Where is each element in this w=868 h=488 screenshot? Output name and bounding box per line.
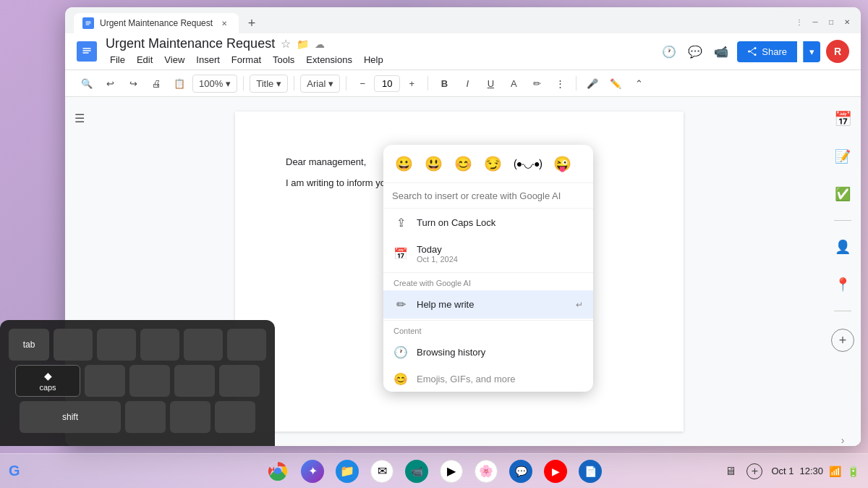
folder-icon[interactable]: 📁 bbox=[297, 38, 309, 50]
browsing-history-item[interactable]: 🕐 Browsing history bbox=[383, 338, 593, 366]
paintformat-button[interactable]: 📋 bbox=[169, 73, 190, 93]
browser-tab[interactable]: Urgent Maintenance Request ✕ bbox=[74, 13, 239, 33]
emoji-happy[interactable]: 😀 bbox=[392, 152, 416, 175]
header-icons: 🕐 💬 📹 Share ▾ R bbox=[659, 40, 849, 63]
new-tab-button[interactable]: + bbox=[242, 13, 262, 33]
share-dropdown-button[interactable]: ▾ bbox=[803, 41, 820, 62]
formatting-toolbar: 🔍 ↩ ↪ 🖨 📋 100% ▾ Title ▾ Arial ▾ − + B I… bbox=[65, 70, 861, 97]
font-size-decrease-button[interactable]: − bbox=[352, 73, 373, 93]
kb-key-5[interactable] bbox=[227, 329, 266, 361]
minimize-button[interactable]: ─ bbox=[810, 17, 820, 27]
outline-icon[interactable]: ☰ bbox=[75, 112, 85, 125]
kb-key-9[interactable] bbox=[219, 365, 260, 397]
kb-key-10[interactable] bbox=[125, 401, 166, 433]
add-icon[interactable]: + bbox=[746, 463, 762, 479]
svg-point-9 bbox=[275, 468, 281, 474]
style-select[interactable]: Title ▾ bbox=[250, 75, 288, 93]
undo-button[interactable]: ↩ bbox=[100, 73, 120, 93]
menu-file[interactable]: File bbox=[106, 53, 129, 67]
files-taskbar-icon[interactable]: 📁 bbox=[336, 460, 359, 483]
voice-type-button[interactable]: 🎤 bbox=[582, 73, 603, 93]
comments-icon[interactable]: 💬 bbox=[685, 41, 705, 62]
maps-panel-icon[interactable]: 📍 bbox=[828, 270, 857, 299]
close-button[interactable]: ✕ bbox=[842, 17, 852, 27]
contacts-panel-icon[interactable]: 👤 bbox=[828, 232, 857, 261]
more-options-button[interactable]: ⋮ bbox=[794, 17, 804, 27]
redo-button[interactable]: ↪ bbox=[123, 73, 143, 93]
text-color-button[interactable]: A bbox=[503, 73, 524, 93]
kb-key-1[interactable] bbox=[54, 329, 93, 361]
emoji-smirk[interactable]: 😏 bbox=[481, 152, 505, 175]
kb-key-2[interactable] bbox=[97, 329, 136, 361]
kb-key-3[interactable] bbox=[140, 329, 179, 361]
kb-key-12[interactable] bbox=[215, 401, 255, 433]
kb-key-8[interactable] bbox=[174, 365, 215, 397]
menu-view[interactable]: View bbox=[160, 53, 189, 67]
popup-search-input[interactable] bbox=[392, 190, 584, 201]
print-button[interactable]: 🖨 bbox=[146, 73, 166, 93]
docs-taskbar-icon[interactable]: 📄 bbox=[579, 460, 602, 483]
kb-shift-key[interactable]: shift bbox=[20, 401, 121, 433]
kb-tab-key[interactable]: tab bbox=[9, 329, 49, 361]
star-icon[interactable]: ☆ bbox=[281, 37, 291, 51]
youtube-taskbar-icon[interactable]: ▶ bbox=[544, 460, 567, 483]
popup-divider-2 bbox=[383, 320, 593, 321]
emoji-smile[interactable]: 😊 bbox=[451, 152, 475, 175]
share-button[interactable]: Share bbox=[737, 41, 797, 62]
chrome-taskbar-icon[interactable] bbox=[266, 460, 289, 483]
menu-help[interactable]: Help bbox=[359, 53, 388, 67]
emojis-gifs-item[interactable]: 😊 Emojis, GIFs, and more bbox=[383, 366, 593, 392]
expand-button[interactable]: ⌃ bbox=[629, 73, 649, 93]
panel-add-button[interactable]: + bbox=[831, 329, 854, 352]
doc-title[interactable]: Urgent Maintenance Request bbox=[106, 36, 275, 51]
meeting-icon[interactable]: 📹 bbox=[711, 41, 731, 62]
smart-compose-button[interactable]: ✏️ bbox=[605, 73, 626, 93]
gemini-taskbar-icon[interactable]: ✦ bbox=[301, 460, 324, 483]
menu-format[interactable]: Format bbox=[227, 53, 265, 67]
caps-lock-item[interactable]: ⇪ Turn on Caps Lock bbox=[383, 209, 593, 237]
menu-tools[interactable]: Tools bbox=[268, 53, 299, 67]
emoji-grin[interactable]: 😃 bbox=[422, 152, 446, 175]
tasks-panel-icon[interactable]: ✅ bbox=[828, 180, 857, 209]
kb-key-7[interactable] bbox=[129, 365, 170, 397]
playstore-taskbar-icon[interactable]: ▶ bbox=[440, 460, 463, 483]
bold-button[interactable]: B bbox=[434, 73, 454, 93]
italic-button[interactable]: I bbox=[457, 73, 477, 93]
kb-caps-key[interactable]: ◆ caps bbox=[15, 365, 80, 397]
font-value: Arial bbox=[307, 78, 326, 89]
photos-taskbar-icon[interactable]: 🌸 bbox=[475, 460, 498, 483]
kb-key-11[interactable] bbox=[170, 401, 210, 433]
menu-insert[interactable]: Insert bbox=[192, 53, 224, 67]
font-size-input[interactable] bbox=[374, 75, 400, 92]
screen-icon[interactable]: 🖥 bbox=[720, 461, 741, 481]
menu-edit[interactable]: Edit bbox=[132, 53, 157, 67]
panel-collapse-button[interactable]: › bbox=[841, 434, 845, 446]
underline-button[interactable]: U bbox=[480, 73, 501, 93]
kb-key-4[interactable] bbox=[184, 329, 223, 361]
kb-key-6[interactable] bbox=[85, 365, 125, 397]
search-toolbar-button[interactable]: 🔍 bbox=[77, 73, 97, 93]
caps-lock-label: Turn on Caps Lock bbox=[417, 217, 495, 228]
meet-taskbar-icon[interactable]: 📹 bbox=[405, 460, 428, 483]
maximize-button[interactable]: □ bbox=[826, 17, 836, 27]
gmail-taskbar-icon[interactable]: ✉ bbox=[370, 460, 393, 483]
notes-panel-icon[interactable]: 📝 bbox=[828, 142, 857, 171]
highlight-button[interactable]: ✏ bbox=[527, 73, 547, 93]
tab-close-button[interactable]: ✕ bbox=[218, 17, 230, 29]
user-avatar[interactable]: R bbox=[826, 40, 849, 63]
zoom-select[interactable]: 100% ▾ bbox=[192, 75, 237, 93]
font-size-increase-button[interactable]: + bbox=[401, 73, 422, 93]
google-logo[interactable]: G bbox=[9, 463, 20, 479]
history-icon[interactable]: 🕐 bbox=[659, 41, 679, 62]
help-me-write-item[interactable]: ✏ Help me write ↵ bbox=[383, 290, 593, 319]
emoji-wink[interactable]: 😜 bbox=[550, 152, 574, 175]
calendar-panel-icon[interactable]: 📅 bbox=[828, 104, 857, 133]
menu-extensions[interactable]: Extensions bbox=[302, 53, 357, 67]
zoom-value: 100% bbox=[199, 78, 223, 89]
emoji-special[interactable]: (●·◡·●) bbox=[511, 155, 545, 172]
font-select[interactable]: Arial ▾ bbox=[300, 75, 340, 93]
more-formats-button[interactable]: ⋮ bbox=[550, 73, 570, 93]
chat-taskbar-icon[interactable]: 💬 bbox=[509, 460, 532, 483]
today-item[interactable]: 📅 Today Oct 1, 2024 bbox=[383, 237, 593, 271]
battery-icon: 🔋 bbox=[847, 466, 859, 477]
